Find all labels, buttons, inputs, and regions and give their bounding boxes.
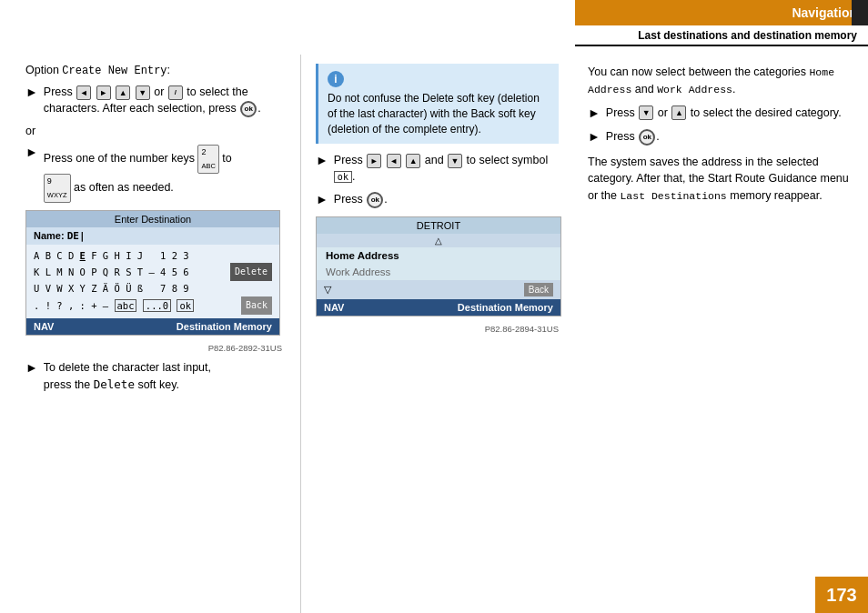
- system-note: The system saves the address in the sele…: [588, 154, 853, 205]
- bullet-item-1: ► Press ◄ ► ▲ ▼ or / to select the chara…: [25, 85, 282, 117]
- detroit-item-home: Home Address: [317, 247, 560, 264]
- right-key-ok[interactable]: ok: [639, 129, 655, 146]
- screen1-chars-row1: A B C D E F G H I J 1 2 3: [34, 250, 189, 261]
- screen1-chars-row4-wrap: . ! ? , : + – abc ...0 ok Back: [34, 296, 272, 315]
- screen1-chars: A B C D E F G H I J 1 2 3 K L M N O P Q …: [26, 245, 279, 319]
- detroit-back-button[interactable]: Back: [524, 283, 553, 296]
- screen1-bottom-bar: NAV Destination Memory: [26, 318, 279, 335]
- header: Navigation Last destinations and destina…: [575, 0, 868, 46]
- bullet-arrow-1: ►: [25, 84, 38, 102]
- right-intro-text: You can now select between the categorie…: [588, 64, 853, 98]
- left-column: Option Create New Entry: ► Press ◄ ► ▲ ▼…: [0, 55, 300, 613]
- key-num-9wxyz[interactable]: 9WXYZ: [44, 174, 71, 203]
- key-slash-icon[interactable]: /: [168, 85, 183, 100]
- detroit-title: DETROIT: [317, 217, 560, 234]
- bullet-text-1: Press ◄ ► ▲ ▼ or / to select the charact…: [44, 85, 282, 117]
- mid-key-down[interactable]: ▼: [448, 154, 462, 168]
- detroit-bottom-row: ▽ Back: [317, 280, 560, 299]
- screen1-chars-row3: U V W X Y Z Ä Ö Ü ß 7 8 9: [34, 281, 189, 296]
- back-button-1[interactable]: Back: [241, 296, 272, 315]
- delete-button[interactable]: Delete: [230, 263, 272, 281]
- content-area: Option Create New Entry: ► Press ◄ ► ▲ ▼…: [0, 55, 868, 613]
- right-bullet-text-2: Press ok.: [606, 129, 660, 146]
- header-nav-bar: Navigation: [575, 0, 868, 25]
- mid-bullet-text-1: Press ► ◄ ▲ and ▼ to select symbol ok.: [334, 153, 559, 185]
- header-black-square: [852, 0, 868, 25]
- detroit-dest-mem: Destination Memory: [458, 302, 553, 313]
- mid-bullet-text-2: Press ok.: [334, 192, 388, 208]
- mid-bullet-2: ► Press ok.: [316, 192, 559, 209]
- bullet-item-2: ► Press one of the number keys 2ABC to 9…: [25, 145, 282, 203]
- mid-bullet-1: ► Press ► ◄ ▲ and ▼ to select symbol ok.: [316, 153, 559, 185]
- mid-key-right[interactable]: ►: [367, 154, 381, 168]
- right-key-down[interactable]: ▼: [639, 106, 653, 120]
- or-divider: or: [25, 125, 282, 137]
- bullet-text-2: Press one of the number keys 2ABC to 9WX…: [44, 145, 232, 203]
- bullet-item-3: ► To delete the character last input, pr…: [25, 360, 282, 393]
- right-bullet-arrow-1: ►: [588, 105, 601, 123]
- detroit-bottom-bar: NAV Destination Memory: [317, 299, 560, 316]
- info-icon: i: [328, 71, 344, 87]
- right-bullet-text-1: Press ▼ or ▲ to select the desired categ…: [606, 106, 842, 122]
- mid-key-up[interactable]: ▲: [406, 154, 420, 168]
- info-text: Do not confuse the Delete soft key (dele…: [328, 92, 540, 136]
- bullet-arrow-3: ►: [25, 359, 38, 377]
- mid-key-left[interactable]: ◄: [387, 154, 401, 168]
- screen1-title: Enter Destination: [26, 211, 279, 227]
- screen1-chars-row4: . ! ? , : + – abc ...0 ok: [34, 298, 194, 314]
- enter-destination-screen: Enter Destination Name: DE| A B C D E F …: [25, 210, 280, 337]
- screen1-nav-label: NAV: [34, 321, 54, 332]
- right-key-up[interactable]: ▲: [671, 106, 686, 120]
- nav-title: Navigation: [792, 5, 857, 20]
- key-up-icon[interactable]: ▲: [116, 85, 130, 100]
- screen1-name-label: Name:: [34, 230, 65, 241]
- key-num-2abc[interactable]: 2ABC: [197, 145, 218, 174]
- right-bullet-2: ► Press ok.: [588, 129, 853, 146]
- detroit-nav-label: NAV: [324, 302, 344, 313]
- key-right-icon[interactable]: ►: [96, 85, 111, 100]
- key-ok-icon-1[interactable]: ok: [240, 101, 257, 117]
- screen1-caption: P82.86-2892-31US: [25, 343, 282, 353]
- header-subtitle: Last destinations and destination memory: [638, 29, 857, 42]
- right-column: You can now select between the categorie…: [573, 55, 868, 613]
- screen1-chars-row2-wrap: K L M N O P Q R S T – 4 5 6 Delete: [34, 263, 272, 281]
- screen1-dest-mem: Destination Memory: [177, 321, 272, 332]
- header-sub-bar: Last destinations and destination memory: [575, 25, 868, 46]
- right-bullet-arrow-2: ►: [588, 128, 601, 146]
- screen1-chars-row2: K L M N O P Q R S T – 4 5 6: [34, 265, 189, 280]
- detroit-arrow-down: ▽: [324, 284, 331, 296]
- middle-column: i Do not confuse the Delete soft key (de…: [300, 55, 573, 613]
- right-bullet-1: ► Press ▼ or ▲ to select the desired cat…: [588, 106, 853, 123]
- mid-bullet-arrow-2: ►: [316, 191, 328, 209]
- bullet-text-3: To delete the character last input, pres…: [44, 360, 211, 393]
- screen1-name-row: Name: DE|: [26, 227, 279, 245]
- key-left-icon[interactable]: ◄: [76, 85, 91, 100]
- screen1-name-value: DE|: [67, 230, 86, 242]
- mid-key-ok[interactable]: ok: [367, 192, 383, 208]
- detroit-item-work: Work Address: [317, 264, 560, 280]
- screen2-caption: P82.86-2894-31US: [316, 324, 559, 334]
- key-down-icon[interactable]: ▼: [136, 85, 150, 100]
- mid-bullet-arrow-1: ►: [316, 152, 328, 170]
- info-box: i Do not confuse the Delete soft key (de…: [316, 64, 559, 144]
- option-line: Option Create New Entry:: [25, 64, 282, 77]
- bullet-arrow-2: ►: [25, 144, 38, 162]
- detroit-screen: DETROIT △ Home Address Work Address ▽ Ba…: [316, 216, 561, 317]
- detroit-arrow-up: △: [317, 234, 560, 247]
- screen1-chars-row3-wrap: U V W X Y Z Ä Ö Ü ß 7 8 9: [34, 281, 272, 296]
